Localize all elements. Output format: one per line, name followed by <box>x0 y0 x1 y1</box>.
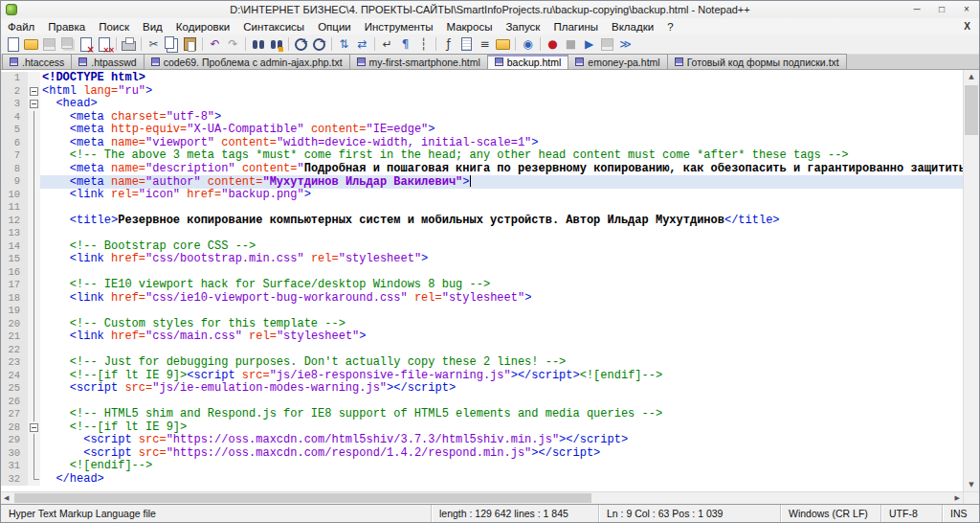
fold-margin[interactable] <box>28 266 40 280</box>
fold-margin[interactable] <box>28 421 40 435</box>
menu-item-macro[interactable]: Макросы <box>439 20 499 34</box>
code-line[interactable]: <link href="css/bootstrap.min.css" rel="… <box>40 253 963 266</box>
tab-subscription-form[interactable]: Готовый код формы подписки.txt <box>667 54 847 69</box>
eol-format[interactable]: Windows (CR LF) <box>781 505 881 522</box>
fold-margin[interactable] <box>28 149 40 163</box>
code-line[interactable]: <head> <box>40 98 963 111</box>
fold-toggle-icon[interactable] <box>30 87 38 96</box>
menu-item-plugins[interactable]: Плагины <box>546 20 605 34</box>
close-file-icon[interactable] <box>78 36 94 53</box>
code-line[interactable]: <!-- The above 3 meta tags *must* come f… <box>40 149 963 163</box>
menu-item-run[interactable]: Запуск <box>499 20 546 34</box>
playback-macro-icon[interactable]: ▶ <box>581 36 597 53</box>
maximize-button[interactable]: □ <box>929 2 954 17</box>
fold-margin[interactable] <box>28 382 40 396</box>
tab-htpasswd[interactable]: .htpasswd <box>71 54 144 69</box>
tab-emoney-pa[interactable]: emoney-pa.html <box>568 54 667 69</box>
word-wrap-icon[interactable]: ↵ <box>379 36 395 53</box>
sync-horizontal-icon[interactable]: ⇄ <box>354 36 370 53</box>
code-line[interactable] <box>40 305 963 318</box>
code-line[interactable]: <![endif]--> <box>40 460 963 473</box>
document-map-icon[interactable] <box>458 36 475 53</box>
fold-margin[interactable] <box>28 98 40 111</box>
fold-margin[interactable] <box>28 189 40 202</box>
menu-item-view[interactable]: Вид <box>136 20 169 34</box>
menu-item-syntax[interactable]: Синтаксисы <box>236 20 311 34</box>
fold-margin[interactable] <box>28 279 40 292</box>
record-macro-icon[interactable]: ● <box>545 36 561 53</box>
code-line[interactable] <box>40 227 963 240</box>
code-line[interactable]: <meta http-equiv="X-UA-Compatible" conte… <box>40 124 963 137</box>
fold-margin[interactable] <box>28 111 40 125</box>
code-line[interactable]: <meta name="viewport" content="width=dev… <box>40 137 963 150</box>
code-line[interactable]: <script src="js/ie-emulation-modes-warni… <box>40 382 963 396</box>
fold-margin[interactable] <box>28 253 40 266</box>
tab-backup[interactable]: backup.html <box>487 54 569 69</box>
menu-item-search[interactable]: Поиск <box>92 20 136 34</box>
sync-vertical-icon[interactable]: ⇅ <box>336 36 352 53</box>
fold-margin[interactable] <box>28 318 40 331</box>
code-line[interactable]: <link href="css/main.css" rel="styleshee… <box>40 330 963 344</box>
code-line[interactable]: <script src="https://oss.maxcdn.com/html… <box>40 434 963 447</box>
monitoring-icon[interactable]: ◉ <box>520 36 536 53</box>
redo-icon[interactable]: ↷ <box>225 36 241 53</box>
fold-margin[interactable] <box>28 460 40 473</box>
fold-margin[interactable] <box>28 396 40 409</box>
fold-margin[interactable] <box>28 175 40 189</box>
fold-margin[interactable] <box>28 292 40 306</box>
fold-margin[interactable] <box>28 124 40 137</box>
code-line[interactable]: <meta charset="utf-8"> <box>40 111 963 125</box>
code-line[interactable]: <!-- HTML5 shim and Respond.js for IE8 s… <box>40 408 963 421</box>
horizontal-scrollbar[interactable] <box>1 491 963 504</box>
undo-icon[interactable]: ↶ <box>207 36 223 53</box>
replace-icon[interactable] <box>268 36 284 53</box>
menubar-close-doc-button[interactable]: X <box>960 21 974 32</box>
code-line[interactable]: <!-- Just for debugging purposes. Don't … <box>40 356 963 370</box>
code-line[interactable]: <link href="css/ie10-viewport-bug-workar… <box>40 292 963 306</box>
close-all-icon[interactable] <box>96 36 112 53</box>
fold-margin[interactable] <box>28 240 40 254</box>
save-all-icon[interactable] <box>59 36 76 53</box>
code-line[interactable] <box>40 344 963 357</box>
scroll-right-arrow-icon[interactable] <box>955 494 960 502</box>
fold-margin[interactable] <box>28 72 40 85</box>
code-line[interactable]: <html lang="ru"> <box>40 85 963 99</box>
code-line[interactable]: <link rel="icon" href="backup.png"> <box>40 189 963 202</box>
cut-icon[interactable]: ✂ <box>145 36 162 53</box>
fold-margin[interactable] <box>28 305 40 318</box>
code-line[interactable]: <!-- Custom styles for this template --> <box>40 318 963 331</box>
code-line[interactable]: <script src="https://oss.maxcdn.com/resp… <box>40 447 963 461</box>
code-line[interactable]: <title>Резервное копирование компьютерны… <box>40 215 963 228</box>
horizontal-scroll-thumb[interactable] <box>14 493 591 503</box>
fold-toggle-icon[interactable] <box>30 100 38 108</box>
menu-item-encoding[interactable]: Кодировки <box>169 20 236 34</box>
scroll-down-arrow-icon[interactable] <box>964 481 979 489</box>
code-area[interactable]: 1<!DOCTYPE html>2<html lang="ru">3 <head… <box>1 70 963 491</box>
save-recorded-macro-icon[interactable] <box>599 36 615 53</box>
folder-as-workspace-icon[interactable] <box>495 36 511 53</box>
fold-margin[interactable] <box>28 227 40 240</box>
document-list-icon[interactable]: ≡ <box>477 36 493 53</box>
encoding-indicator[interactable]: UTF-8 <box>881 505 943 522</box>
save-file-icon[interactable] <box>41 36 57 53</box>
fold-margin[interactable] <box>28 85 40 99</box>
menu-item-edit[interactable]: Правка <box>41 20 92 34</box>
code-line[interactable]: <meta name="description" content="Подроб… <box>40 163 963 176</box>
function-list-icon[interactable]: ƒ <box>440 36 457 53</box>
tab-code69[interactable]: code69. Проблема с admin-ajax.php.txt <box>144 54 350 69</box>
fold-margin[interactable] <box>28 201 40 215</box>
fold-margin[interactable] <box>28 215 40 228</box>
menu-item-tabs[interactable]: Вкладки <box>605 20 660 34</box>
close-button[interactable]: × <box>954 2 979 17</box>
fold-margin[interactable] <box>28 163 40 176</box>
vertical-scrollbar[interactable] <box>963 70 979 491</box>
fold-margin[interactable] <box>28 356 40 370</box>
code-line[interactable]: <!DOCTYPE html> <box>40 72 963 85</box>
code-line[interactable]: <meta name="author" content="Мухутдинов … <box>40 175 963 189</box>
fold-margin[interactable] <box>28 137 40 150</box>
fold-margin[interactable] <box>28 370 40 383</box>
code-line[interactable]: </head> <box>40 473 963 487</box>
scroll-up-arrow-icon[interactable] <box>964 73 979 80</box>
fold-margin[interactable] <box>28 330 40 344</box>
paste-icon[interactable] <box>182 36 198 53</box>
